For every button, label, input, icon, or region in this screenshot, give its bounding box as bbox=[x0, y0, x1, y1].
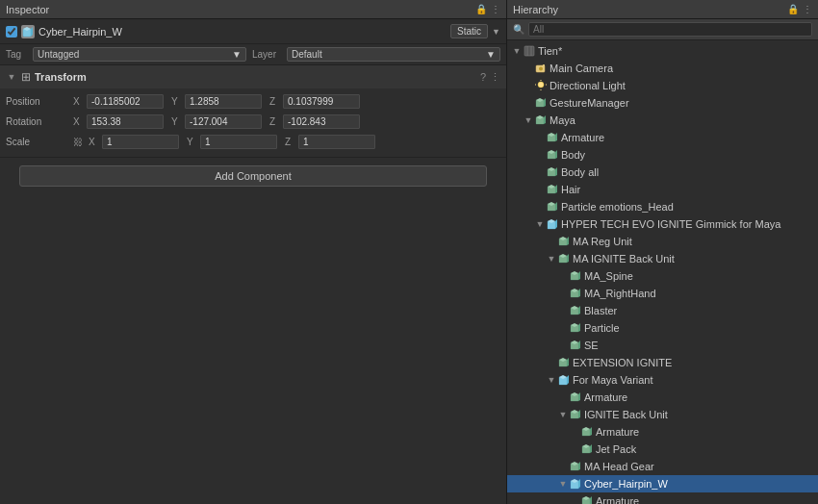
tree-arrow-maya bbox=[523, 115, 534, 125]
svg-marker-79 bbox=[578, 462, 580, 470]
static-dropdown-icon[interactable]: ▼ bbox=[492, 27, 500, 37]
tree-item-ma-ignite-back[interactable]: MA IGNITE Back Unit bbox=[507, 250, 818, 267]
svg-marker-85 bbox=[590, 496, 592, 504]
tree-item-ignite-back-unit[interactable]: IGNITE Back Unit bbox=[507, 406, 818, 423]
tree-item-ma-righthand[interactable]: MA_RightHand bbox=[507, 285, 818, 302]
tree-icon-main-camera bbox=[534, 63, 548, 74]
tree-label-ma-reg-unit: MA Reg Unit bbox=[573, 236, 632, 247]
tree-icon-ma-head-gear bbox=[569, 461, 582, 472]
tree-item-body[interactable]: Body bbox=[507, 146, 818, 164]
object-row: Cyber_Hairpin_W Static ▼ bbox=[0, 19, 506, 44]
svg-marker-25 bbox=[555, 150, 557, 159]
scale-label: Scale bbox=[6, 137, 73, 147]
tree-label-ignite-back-unit: IGNITE Back Unit bbox=[584, 409, 668, 420]
tree-icon-directional-light bbox=[534, 80, 548, 91]
rotation-x-input[interactable] bbox=[87, 114, 164, 129]
tree-item-blaster[interactable]: Blaster bbox=[507, 302, 818, 319]
tree-label-maya: Maya bbox=[550, 114, 575, 126]
tree-item-maya[interactable]: Maya bbox=[507, 112, 818, 129]
tree-icon-armature4 bbox=[580, 495, 594, 504]
tree-item-armature3[interactable]: Armature bbox=[507, 423, 818, 441]
inspector-panel: Inspector 🔒 ⋮ Cyber_Hairpin_W Static ▼ T… bbox=[0, 0, 507, 504]
position-x-input[interactable] bbox=[87, 94, 164, 109]
add-component-button[interactable]: Add Component bbox=[19, 165, 487, 187]
tree-item-hair[interactable]: Hair bbox=[507, 181, 818, 198]
tree-item-tien[interactable]: Tien* bbox=[507, 42, 818, 60]
tree-item-ma-reg-unit[interactable]: MA Reg Unit bbox=[507, 233, 818, 250]
tree-item-main-camera[interactable]: Main Camera bbox=[507, 60, 818, 77]
tree-icon-gesture-manager bbox=[534, 97, 548, 109]
hierarchy-menu-icon[interactable]: ⋮ bbox=[803, 4, 812, 14]
scale-x-input[interactable] bbox=[102, 135, 179, 149]
tag-value: Untagged bbox=[38, 49, 79, 60]
transform-component: ⊞ Transform ? ⋮ Position X Y Z bbox=[0, 65, 506, 158]
rotation-z-input[interactable] bbox=[283, 114, 360, 129]
tree-item-for-maya-variant[interactable]: For Maya Variant bbox=[507, 371, 818, 389]
transform-header[interactable]: ⊞ Transform ? ⋮ bbox=[0, 65, 506, 88]
hierarchy-title: Hierarchy bbox=[513, 4, 558, 15]
hierarchy-tree: Tien* Main Camera Directional Light Gest… bbox=[507, 40, 818, 504]
tree-item-armature2[interactable]: Armature bbox=[507, 389, 818, 406]
hierarchy-panel: Hierarchy 🔒 ⋮ 🔍 Tien* Main Camera Direct… bbox=[507, 0, 818, 504]
tree-item-particle-emotions[interactable]: Particle emotions_Head bbox=[507, 198, 818, 215]
tree-item-gesture-manager[interactable]: GestureManager bbox=[507, 94, 818, 112]
tree-item-jet-pack[interactable]: Jet Pack bbox=[507, 441, 818, 458]
tree-item-se[interactable]: SE bbox=[507, 337, 818, 354]
tree-label-particle-emotions: Particle emotions_Head bbox=[561, 201, 674, 213]
position-z-input[interactable] bbox=[283, 94, 360, 109]
tree-arrow-ma-ignite-back bbox=[546, 254, 557, 264]
svg-marker-28 bbox=[555, 167, 557, 176]
scale-z-label: Z bbox=[285, 137, 296, 147]
static-button[interactable]: Static bbox=[450, 24, 488, 38]
tree-item-armature1[interactable]: Armature bbox=[507, 129, 818, 146]
rotation-y-label: Y bbox=[171, 116, 183, 127]
scale-link-icon: ⛓ bbox=[73, 137, 83, 147]
svg-marker-82 bbox=[578, 479, 580, 489]
tree-label-ma-righthand: MA_RightHand bbox=[584, 288, 656, 299]
menu-icon[interactable]: ⋮ bbox=[491, 4, 500, 14]
position-y-input[interactable] bbox=[185, 94, 262, 109]
hierarchy-header-icons: 🔒 ⋮ bbox=[787, 4, 812, 14]
hierarchy-search-input[interactable] bbox=[528, 22, 812, 37]
hierarchy-lock-icon[interactable]: 🔒 bbox=[787, 4, 799, 14]
tree-item-extension-ignite[interactable]: EXTENSION IGNITE bbox=[507, 354, 818, 371]
tree-icon-ma-spine bbox=[569, 270, 582, 282]
tree-item-ma-spine[interactable]: MA_Spine bbox=[507, 267, 818, 285]
svg-marker-34 bbox=[555, 202, 557, 211]
svg-marker-52 bbox=[578, 306, 580, 315]
tree-arrow-tien bbox=[511, 46, 523, 56]
tree-item-cyber-hairpin-w[interactable]: Cyber_Hairpin_W bbox=[507, 475, 818, 492]
svg-marker-73 bbox=[590, 427, 592, 436]
lock-icon[interactable]: 🔒 bbox=[475, 4, 487, 14]
tree-item-directional-light[interactable]: Directional Light bbox=[507, 77, 818, 94]
rotation-row: Rotation X Y Z bbox=[6, 113, 500, 130]
tag-dropdown[interactable]: Untagged ▼ bbox=[33, 47, 246, 62]
scale-z-input[interactable] bbox=[298, 135, 375, 149]
tree-item-armature4[interactable]: Armature bbox=[507, 492, 818, 504]
tree-item-body-all[interactable]: Body all bbox=[507, 164, 818, 181]
tree-icon-tien bbox=[523, 45, 536, 57]
tree-item-particle[interactable]: Particle bbox=[507, 319, 818, 337]
svg-point-7 bbox=[539, 67, 543, 71]
tree-arrow-for-maya-variant bbox=[546, 375, 557, 385]
transform-arrow bbox=[6, 72, 17, 82]
tree-icon-se bbox=[569, 340, 582, 351]
transform-info-icon[interactable]: ? bbox=[480, 71, 486, 83]
object-active-checkbox[interactable] bbox=[6, 26, 17, 38]
layer-dropdown[interactable]: Default ▼ bbox=[287, 47, 500, 62]
svg-marker-31 bbox=[555, 185, 557, 193]
transform-menu-icon[interactable]: ⋮ bbox=[490, 71, 500, 84]
svg-marker-67 bbox=[578, 392, 580, 401]
svg-marker-58 bbox=[578, 340, 580, 349]
layer-dropdown-arrow: ▼ bbox=[486, 49, 496, 60]
scale-y-input[interactable] bbox=[200, 135, 277, 149]
svg-marker-16 bbox=[544, 98, 546, 107]
rotation-z-label: Z bbox=[269, 116, 281, 127]
rotation-y-input[interactable] bbox=[185, 114, 262, 129]
tree-icon-particle bbox=[569, 322, 582, 334]
tree-item-ma-head-gear[interactable]: MA Head Gear bbox=[507, 458, 818, 475]
tag-label: Tag bbox=[6, 49, 27, 60]
svg-rect-8 bbox=[543, 64, 545, 66]
tree-item-hyper-tech[interactable]: HYPER TECH EVO IGNITE Gimmick for Maya bbox=[507, 215, 818, 233]
tree-icon-blaster bbox=[569, 305, 582, 316]
